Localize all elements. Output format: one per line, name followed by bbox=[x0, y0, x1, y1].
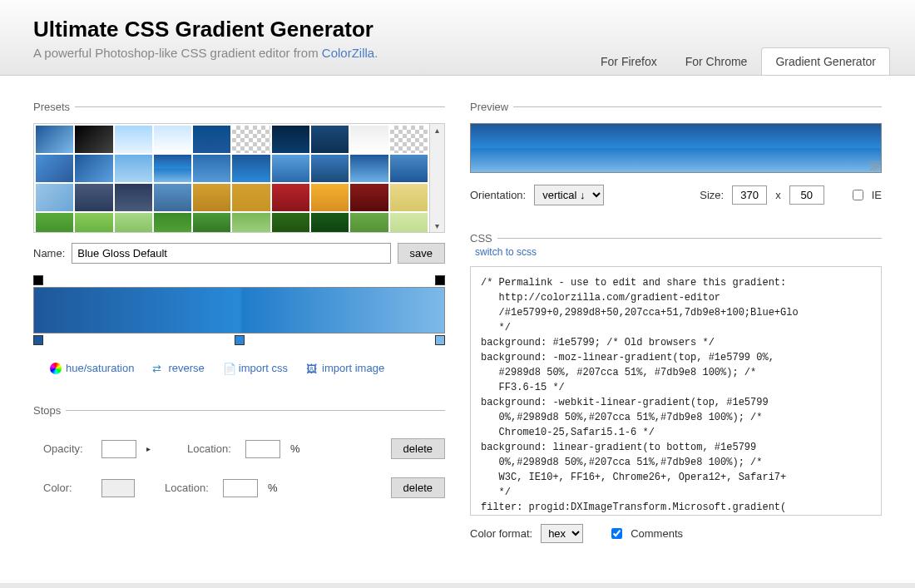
preset-swatch[interactable] bbox=[272, 126, 309, 153]
hue-icon bbox=[50, 363, 62, 374]
preset-swatch[interactable] bbox=[272, 213, 309, 232]
hue-saturation-button[interactable]: hue/saturation bbox=[50, 362, 134, 374]
preset-swatch[interactable] bbox=[36, 184, 73, 211]
reverse-icon: ⇄ bbox=[152, 363, 164, 374]
preset-swatch[interactable] bbox=[390, 213, 428, 232]
orientation-select[interactable]: vertical ↓ bbox=[534, 185, 604, 205]
color-stop-100[interactable] bbox=[435, 335, 445, 345]
preset-swatch[interactable] bbox=[193, 213, 230, 232]
preset-swatch[interactable] bbox=[36, 155, 73, 182]
preview-fieldset: Preview Orientation: vertical ↓ Size: x … bbox=[470, 101, 882, 217]
color-stop-0[interactable] bbox=[33, 335, 43, 345]
size-width-input[interactable] bbox=[732, 185, 767, 205]
color-format-select[interactable]: hex bbox=[541, 524, 583, 543]
scroll-up-icon[interactable]: ▴ bbox=[435, 126, 439, 135]
preset-swatch[interactable] bbox=[115, 213, 152, 232]
opacity-stepper-icon[interactable]: ▸ bbox=[146, 444, 151, 453]
preset-swatch[interactable] bbox=[232, 126, 270, 153]
name-label: Name: bbox=[33, 247, 65, 259]
scroll-down-icon[interactable]: ▾ bbox=[435, 221, 439, 230]
preset-swatch[interactable] bbox=[154, 155, 191, 182]
preset-swatch[interactable] bbox=[390, 126, 428, 153]
tab-chrome[interactable]: For Chrome bbox=[671, 47, 762, 75]
preset-swatch[interactable] bbox=[232, 155, 270, 182]
preset-swatch[interactable] bbox=[75, 184, 112, 211]
preset-swatch[interactable] bbox=[272, 184, 309, 211]
preset-swatch[interactable] bbox=[154, 126, 191, 153]
import-image-button[interactable]: 🖼 import image bbox=[306, 362, 384, 374]
preset-swatch[interactable] bbox=[154, 184, 191, 211]
preset-swatch[interactable] bbox=[154, 213, 191, 232]
tab-firefox[interactable]: For Firefox bbox=[586, 47, 671, 75]
preset-swatch[interactable] bbox=[350, 155, 388, 182]
opacity-stop-left[interactable] bbox=[33, 275, 43, 285]
css-fieldset: CSS switch to scss /* Permalink - use to… bbox=[470, 232, 882, 543]
color-location-input[interactable] bbox=[223, 479, 258, 497]
save-button[interactable]: save bbox=[398, 243, 445, 264]
opacity-delete-button[interactable]: delete bbox=[391, 438, 445, 459]
preview-box[interactable] bbox=[470, 123, 882, 173]
gradient-bar[interactable] bbox=[33, 287, 445, 334]
stops-legend: Stops bbox=[33, 404, 66, 417]
preset-swatch[interactable] bbox=[115, 184, 152, 211]
size-height-input[interactable] bbox=[789, 185, 824, 205]
tab-gradient-generator[interactable]: Gradient Generator bbox=[761, 47, 890, 75]
preset-swatch[interactable] bbox=[36, 213, 73, 232]
preset-swatch[interactable] bbox=[350, 213, 388, 232]
preset-swatch[interactable] bbox=[390, 155, 428, 182]
color-delete-button[interactable]: delete bbox=[391, 477, 445, 498]
preset-swatch[interactable] bbox=[232, 184, 270, 211]
color-label: Color: bbox=[43, 482, 92, 494]
preset-swatch[interactable] bbox=[36, 126, 73, 153]
color-format-label: Color format: bbox=[470, 527, 532, 540]
editor-tools: hue/saturation ⇄ reverse 📄 import css 🖼 … bbox=[33, 362, 445, 374]
preset-swatch[interactable] bbox=[390, 184, 428, 211]
percent-label: % bbox=[290, 442, 300, 455]
import-css-icon: 📄 bbox=[223, 363, 235, 374]
preview-legend: Preview bbox=[470, 101, 513, 113]
reverse-button[interactable]: ⇄ reverse bbox=[152, 362, 204, 374]
preset-swatch[interactable] bbox=[311, 155, 349, 182]
header-tabs: For Firefox For Chrome Gradient Generato… bbox=[586, 47, 890, 75]
preset-swatch[interactable] bbox=[115, 155, 152, 182]
presets-scrollbar[interactable]: ▴ ▾ bbox=[429, 124, 444, 232]
presets-fieldset: Presets ▴ ▾ Name: save bbox=[33, 101, 445, 389]
preset-swatch[interactable] bbox=[311, 213, 349, 232]
opacity-location-label: Location: bbox=[187, 442, 235, 455]
color-location-label: Location: bbox=[165, 482, 213, 494]
preset-swatch[interactable] bbox=[193, 126, 230, 153]
opacity-location-input[interactable] bbox=[245, 440, 280, 458]
name-input[interactable] bbox=[72, 243, 390, 264]
gradient-editor[interactable] bbox=[33, 274, 445, 347]
preset-swatch[interactable] bbox=[350, 184, 388, 211]
import-image-icon: 🖼 bbox=[306, 363, 318, 374]
import-css-button[interactable]: 📄 import css bbox=[223, 362, 288, 374]
preset-swatch[interactable] bbox=[232, 213, 270, 232]
color-stop-50[interactable] bbox=[235, 335, 245, 345]
opacity-stop-right[interactable] bbox=[435, 275, 445, 285]
opacity-label: Opacity: bbox=[43, 442, 92, 455]
preset-swatch[interactable] bbox=[75, 213, 112, 232]
preset-swatch[interactable] bbox=[75, 155, 112, 182]
color-chip[interactable] bbox=[101, 479, 135, 497]
orientation-label: Orientation: bbox=[470, 189, 526, 201]
ie-checkbox[interactable] bbox=[853, 190, 863, 200]
size-label: Size: bbox=[700, 189, 724, 201]
comments-checkbox[interactable] bbox=[611, 528, 622, 539]
css-legend: CSS bbox=[470, 232, 497, 245]
size-x: x bbox=[775, 189, 781, 201]
opacity-input[interactable] bbox=[101, 440, 136, 458]
presets-grid bbox=[34, 124, 429, 232]
preset-swatch[interactable] bbox=[115, 126, 152, 153]
presets-legend: Presets bbox=[33, 101, 75, 113]
preset-swatch[interactable] bbox=[311, 126, 349, 153]
preset-swatch[interactable] bbox=[350, 126, 388, 153]
preset-swatch[interactable] bbox=[75, 126, 112, 153]
preset-swatch[interactable] bbox=[311, 184, 349, 211]
colorzilla-link[interactable]: ColorZilla bbox=[322, 46, 374, 60]
preset-swatch[interactable] bbox=[272, 155, 309, 182]
switch-scss-link[interactable]: switch to scss bbox=[470, 246, 882, 258]
css-output[interactable]: /* Permalink - use to edit and share thi… bbox=[470, 266, 882, 516]
preset-swatch[interactable] bbox=[193, 184, 230, 211]
preset-swatch[interactable] bbox=[193, 155, 230, 182]
